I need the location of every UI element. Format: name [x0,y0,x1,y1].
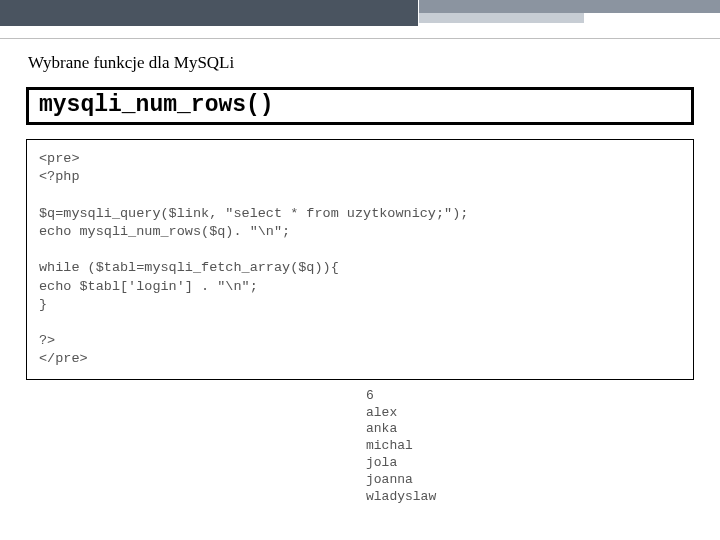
section-title: Wybrane funkcje dla MySQLi [28,53,694,73]
slide-header-decoration [0,0,720,32]
function-heading-text: mysqli_num_rows() [39,92,274,118]
code-output: 6 alex anka michal jola joanna wladyslaw [366,388,694,506]
header-bar-dark [0,0,419,26]
header-bar-mid [419,0,720,13]
header-bar-light [419,13,585,23]
slide-content: Wybrane funkcje dla MySQLi mysqli_num_ro… [0,39,720,506]
function-heading-box: mysqli_num_rows() [26,87,694,125]
header-bar-right [419,0,720,23]
code-example: <pre> <?php $q=mysqli_query($link, "sele… [26,139,694,380]
